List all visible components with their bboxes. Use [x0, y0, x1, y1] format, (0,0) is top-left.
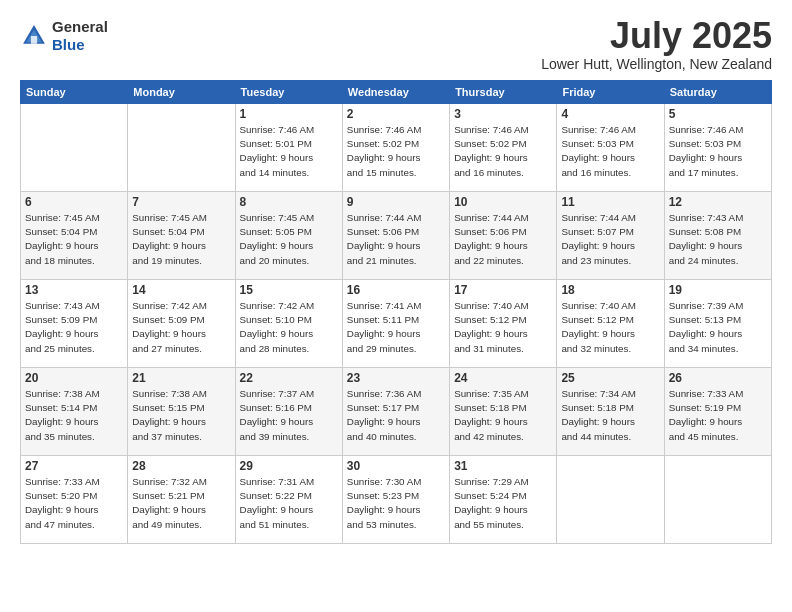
day-info: Sunrise: 7:46 AM Sunset: 5:03 PM Dayligh… [669, 123, 767, 180]
day-info: Sunrise: 7:39 AM Sunset: 5:13 PM Dayligh… [669, 299, 767, 356]
calendar-cell [128, 104, 235, 192]
day-number: 14 [132, 283, 230, 297]
day-number: 18 [561, 283, 659, 297]
calendar-cell: 6Sunrise: 7:45 AM Sunset: 5:04 PM Daylig… [21, 192, 128, 280]
day-number: 21 [132, 371, 230, 385]
page: General Blue July 2025 Lower Hutt, Welli… [0, 0, 792, 612]
day-number: 9 [347, 195, 445, 209]
day-number: 12 [669, 195, 767, 209]
calendar-cell: 4Sunrise: 7:46 AM Sunset: 5:03 PM Daylig… [557, 104, 664, 192]
calendar-week-5: 27Sunrise: 7:33 AM Sunset: 5:20 PM Dayli… [21, 456, 772, 544]
calendar-cell: 28Sunrise: 7:32 AM Sunset: 5:21 PM Dayli… [128, 456, 235, 544]
day-info: Sunrise: 7:34 AM Sunset: 5:18 PM Dayligh… [561, 387, 659, 444]
weekday-header-sunday: Sunday [21, 81, 128, 104]
day-info: Sunrise: 7:33 AM Sunset: 5:20 PM Dayligh… [25, 475, 123, 532]
weekday-header-saturday: Saturday [664, 81, 771, 104]
day-number: 25 [561, 371, 659, 385]
calendar-cell [21, 104, 128, 192]
weekday-header-tuesday: Tuesday [235, 81, 342, 104]
day-info: Sunrise: 7:44 AM Sunset: 5:06 PM Dayligh… [347, 211, 445, 268]
calendar-cell: 2Sunrise: 7:46 AM Sunset: 5:02 PM Daylig… [342, 104, 449, 192]
day-number: 8 [240, 195, 338, 209]
day-number: 19 [669, 283, 767, 297]
calendar-week-3: 13Sunrise: 7:43 AM Sunset: 5:09 PM Dayli… [21, 280, 772, 368]
calendar-cell: 5Sunrise: 7:46 AM Sunset: 5:03 PM Daylig… [664, 104, 771, 192]
day-info: Sunrise: 7:46 AM Sunset: 5:01 PM Dayligh… [240, 123, 338, 180]
day-info: Sunrise: 7:40 AM Sunset: 5:12 PM Dayligh… [454, 299, 552, 356]
day-info: Sunrise: 7:45 AM Sunset: 5:04 PM Dayligh… [132, 211, 230, 268]
day-number: 30 [347, 459, 445, 473]
day-info: Sunrise: 7:42 AM Sunset: 5:10 PM Dayligh… [240, 299, 338, 356]
day-number: 13 [25, 283, 123, 297]
calendar-cell: 9Sunrise: 7:44 AM Sunset: 5:06 PM Daylig… [342, 192, 449, 280]
day-info: Sunrise: 7:31 AM Sunset: 5:22 PM Dayligh… [240, 475, 338, 532]
calendar-cell: 30Sunrise: 7:30 AM Sunset: 5:23 PM Dayli… [342, 456, 449, 544]
month-title: July 2025 [541, 18, 772, 54]
calendar-week-2: 6Sunrise: 7:45 AM Sunset: 5:04 PM Daylig… [21, 192, 772, 280]
weekday-header-thursday: Thursday [450, 81, 557, 104]
day-number: 26 [669, 371, 767, 385]
calendar-cell: 7Sunrise: 7:45 AM Sunset: 5:04 PM Daylig… [128, 192, 235, 280]
logo-blue: Blue [52, 36, 108, 54]
calendar-cell [557, 456, 664, 544]
day-number: 10 [454, 195, 552, 209]
day-info: Sunrise: 7:30 AM Sunset: 5:23 PM Dayligh… [347, 475, 445, 532]
day-info: Sunrise: 7:40 AM Sunset: 5:12 PM Dayligh… [561, 299, 659, 356]
day-info: Sunrise: 7:36 AM Sunset: 5:17 PM Dayligh… [347, 387, 445, 444]
weekday-header-wednesday: Wednesday [342, 81, 449, 104]
calendar-cell: 1Sunrise: 7:46 AM Sunset: 5:01 PM Daylig… [235, 104, 342, 192]
day-number: 4 [561, 107, 659, 121]
calendar-cell: 24Sunrise: 7:35 AM Sunset: 5:18 PM Dayli… [450, 368, 557, 456]
day-number: 22 [240, 371, 338, 385]
day-info: Sunrise: 7:38 AM Sunset: 5:15 PM Dayligh… [132, 387, 230, 444]
calendar-cell: 20Sunrise: 7:38 AM Sunset: 5:14 PM Dayli… [21, 368, 128, 456]
day-info: Sunrise: 7:45 AM Sunset: 5:04 PM Dayligh… [25, 211, 123, 268]
calendar-cell: 25Sunrise: 7:34 AM Sunset: 5:18 PM Dayli… [557, 368, 664, 456]
calendar-cell: 31Sunrise: 7:29 AM Sunset: 5:24 PM Dayli… [450, 456, 557, 544]
calendar: SundayMondayTuesdayWednesdayThursdayFrid… [20, 80, 772, 544]
weekday-header-row: SundayMondayTuesdayWednesdayThursdayFrid… [21, 81, 772, 104]
logo-icon [20, 22, 48, 50]
weekday-header-friday: Friday [557, 81, 664, 104]
day-number: 15 [240, 283, 338, 297]
day-number: 11 [561, 195, 659, 209]
calendar-cell: 21Sunrise: 7:38 AM Sunset: 5:15 PM Dayli… [128, 368, 235, 456]
day-info: Sunrise: 7:42 AM Sunset: 5:09 PM Dayligh… [132, 299, 230, 356]
calendar-week-4: 20Sunrise: 7:38 AM Sunset: 5:14 PM Dayli… [21, 368, 772, 456]
day-number: 1 [240, 107, 338, 121]
day-info: Sunrise: 7:46 AM Sunset: 5:03 PM Dayligh… [561, 123, 659, 180]
day-number: 5 [669, 107, 767, 121]
day-info: Sunrise: 7:44 AM Sunset: 5:06 PM Dayligh… [454, 211, 552, 268]
logo-general: General [52, 18, 108, 36]
day-info: Sunrise: 7:37 AM Sunset: 5:16 PM Dayligh… [240, 387, 338, 444]
day-info: Sunrise: 7:43 AM Sunset: 5:08 PM Dayligh… [669, 211, 767, 268]
calendar-cell [664, 456, 771, 544]
weekday-header-monday: Monday [128, 81, 235, 104]
calendar-cell: 11Sunrise: 7:44 AM Sunset: 5:07 PM Dayli… [557, 192, 664, 280]
svg-rect-2 [31, 36, 37, 44]
calendar-cell: 14Sunrise: 7:42 AM Sunset: 5:09 PM Dayli… [128, 280, 235, 368]
calendar-week-1: 1Sunrise: 7:46 AM Sunset: 5:01 PM Daylig… [21, 104, 772, 192]
calendar-cell: 27Sunrise: 7:33 AM Sunset: 5:20 PM Dayli… [21, 456, 128, 544]
day-info: Sunrise: 7:32 AM Sunset: 5:21 PM Dayligh… [132, 475, 230, 532]
day-number: 29 [240, 459, 338, 473]
calendar-cell: 23Sunrise: 7:36 AM Sunset: 5:17 PM Dayli… [342, 368, 449, 456]
calendar-cell: 15Sunrise: 7:42 AM Sunset: 5:10 PM Dayli… [235, 280, 342, 368]
day-number: 24 [454, 371, 552, 385]
day-info: Sunrise: 7:33 AM Sunset: 5:19 PM Dayligh… [669, 387, 767, 444]
title-block: July 2025 Lower Hutt, Wellington, New Ze… [541, 18, 772, 72]
calendar-cell: 26Sunrise: 7:33 AM Sunset: 5:19 PM Dayli… [664, 368, 771, 456]
day-number: 28 [132, 459, 230, 473]
day-number: 3 [454, 107, 552, 121]
day-number: 7 [132, 195, 230, 209]
day-number: 16 [347, 283, 445, 297]
day-number: 2 [347, 107, 445, 121]
calendar-cell: 19Sunrise: 7:39 AM Sunset: 5:13 PM Dayli… [664, 280, 771, 368]
day-number: 20 [25, 371, 123, 385]
calendar-cell: 29Sunrise: 7:31 AM Sunset: 5:22 PM Dayli… [235, 456, 342, 544]
day-info: Sunrise: 7:43 AM Sunset: 5:09 PM Dayligh… [25, 299, 123, 356]
day-info: Sunrise: 7:44 AM Sunset: 5:07 PM Dayligh… [561, 211, 659, 268]
calendar-cell: 18Sunrise: 7:40 AM Sunset: 5:12 PM Dayli… [557, 280, 664, 368]
location: Lower Hutt, Wellington, New Zealand [541, 56, 772, 72]
day-info: Sunrise: 7:38 AM Sunset: 5:14 PM Dayligh… [25, 387, 123, 444]
